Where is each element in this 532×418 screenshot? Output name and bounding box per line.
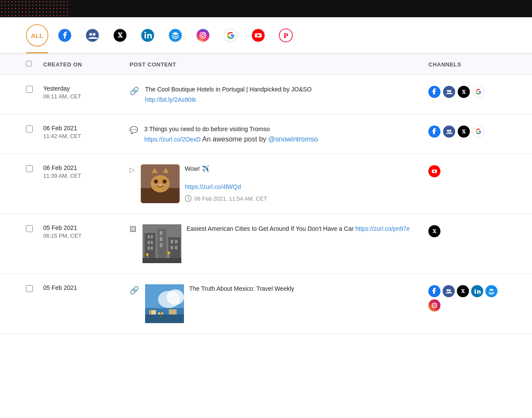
row2-link[interactable]: https://zurl.co/2OexD [144, 136, 201, 143]
row5-title: The Truth About Mexico: Travel Weekly [189, 284, 294, 293]
row1-date-main: Yesterday [43, 85, 130, 92]
mexico-image [145, 284, 184, 323]
tab-buffer[interactable] [164, 24, 187, 47]
row2-checkbox[interactable] [26, 125, 43, 134]
row3-date: 06 Feb 2021 11:39 AM, CET [43, 164, 130, 179]
svg-point-78 [434, 305, 436, 307]
row2-body: https://zurl.co/2OexD An awesome post by… [144, 135, 428, 143]
row5-date-main: 05 Feb 2021 [43, 284, 130, 291]
row3-thumbnail [141, 164, 180, 203]
row1-checkbox[interactable] [26, 85, 43, 94]
channel-google [472, 86, 484, 98]
svg-rect-54 [171, 240, 173, 243]
row2-date-time: 11:42 AM, CET [43, 133, 130, 139]
table-row: 06 Feb 2021 11:39 AM, CET ▷ [0, 154, 532, 214]
pinterest-icon: P [279, 28, 293, 42]
svg-rect-47 [148, 246, 150, 250]
row2-content: 💬 3 Things you need to do before visitin… [130, 125, 428, 143]
svg-point-76 [475, 289, 476, 290]
svg-point-61 [146, 253, 149, 256]
row1-content: 🔗 The Cool Boutique Hotels in Portugal |… [130, 85, 428, 104]
row3-link[interactable]: https://zurl.co/4lWQd [185, 183, 241, 190]
tab-linkedin[interactable] [136, 24, 159, 47]
svg-rect-75 [475, 290, 476, 294]
row2-channels: 𝕏 [428, 125, 506, 138]
row1-select[interactable] [26, 86, 33, 93]
tab-google[interactable] [219, 24, 242, 47]
row1-link[interactable]: http://bit.ly/2As90tk [145, 96, 196, 103]
svg-point-66 [158, 291, 180, 308]
row4-link[interactable]: https://zurl.co/pn97e [355, 225, 410, 232]
svg-rect-43 [148, 235, 150, 239]
svg-rect-52 [160, 243, 162, 247]
row5-body: The Truth About Mexico: Travel Weekly [189, 284, 294, 295]
post-list: Yesterday 06:11 AM, CET 🔗 The Cool Bouti… [0, 75, 532, 334]
svg-point-22 [447, 130, 449, 132]
select-all-checkbox[interactable] [26, 61, 32, 66]
row5-channels: 𝕏 [428, 284, 506, 311]
header-checkbox-col [26, 60, 43, 68]
svg-point-30 [164, 180, 166, 182]
row1-channels: 𝕏 [428, 85, 506, 98]
tab-all[interactable]: ALL [26, 24, 48, 47]
row2-text: 3 Things you need to do before visiting … [144, 125, 428, 143]
table-row: 06 Feb 2021 11:42 AM, CET 💬 3 Things you… [0, 114, 532, 154]
row2-title: 3 Things you need to do before visiting … [144, 125, 428, 134]
row2-mention: @snowintromso [268, 135, 318, 143]
link-icon2: 🔗 [130, 286, 139, 295]
header-channels: CHANNELS [428, 61, 506, 68]
link-icon: 🔗 [130, 86, 139, 96]
row1-date: Yesterday 06:11 AM, CET [43, 85, 130, 100]
decorative-pattern [0, 0, 69, 17]
tab-facebook[interactable] [54, 24, 76, 47]
tab-all-label: ALL [31, 32, 43, 39]
linkedin-icon [141, 28, 155, 42]
row5-thumbnail [145, 284, 184, 323]
svg-rect-57 [175, 246, 177, 249]
tab-pinterest[interactable]: P [275, 24, 297, 47]
channel-instagram [428, 299, 440, 311]
svg-point-31 [158, 184, 162, 186]
row1-date-time: 06:11 AM, CET [43, 93, 130, 100]
row4-checkbox[interactable] [26, 224, 43, 234]
svg-point-79 [436, 304, 437, 305]
row3-select[interactable] [26, 165, 33, 172]
channel-twitter: 𝕏 [428, 225, 440, 237]
row4-title: Easiest American Cities to Get Around If… [187, 224, 410, 233]
row5-content: 🔗 [130, 284, 428, 323]
row2-date: 06 Feb 2021 11:42 AM, CET [43, 125, 130, 139]
svg-rect-71 [150, 308, 151, 315]
instagram-icon [196, 28, 210, 42]
channel-groups [443, 126, 455, 138]
tab-youtube[interactable] [247, 24, 269, 47]
row3-schedule-time: 06 Feb 2021, 11:54 AM, CET [194, 195, 267, 202]
row4-select[interactable] [26, 225, 33, 232]
video-icon: ▷ [130, 166, 135, 174]
svg-point-8 [144, 32, 146, 34]
tab-groups[interactable] [81, 24, 104, 47]
row3-text: Wow! ✈️ https://zurl.co/4lWQd 06 Feb 202… [141, 164, 428, 203]
svg-point-21 [449, 90, 451, 92]
row5-select[interactable] [26, 285, 33, 292]
row3-body: Wow! ✈️ https://zurl.co/4lWQd 06 Feb 202… [185, 164, 267, 202]
header-created-on: CREATED ON [43, 61, 130, 68]
channel-tabs: ALL 𝕏 [0, 17, 532, 47]
row3-schedule: 06 Feb 2021, 11:54 AM, CET [185, 195, 267, 202]
svg-rect-51 [160, 237, 162, 241]
row2-select[interactable] [26, 126, 33, 132]
row3-checkbox[interactable] [26, 164, 43, 174]
tab-twitter[interactable]: 𝕏 [109, 24, 131, 47]
table-header: CREATED ON POST CONTENT CHANNELS [0, 54, 532, 75]
svg-rect-55 [175, 240, 177, 243]
row3-date-main: 06 Feb 2021 [43, 164, 130, 171]
row5-checkbox[interactable] [26, 284, 43, 294]
channel-google [472, 126, 484, 138]
channel-buffer [485, 285, 497, 297]
svg-rect-45 [148, 241, 150, 244]
svg-rect-46 [151, 241, 153, 244]
tab-instagram[interactable] [192, 24, 214, 47]
svg-rect-60 [168, 254, 170, 258]
svg-rect-70 [145, 314, 184, 323]
buffer-icon [168, 28, 182, 42]
row3-channels [428, 164, 506, 177]
